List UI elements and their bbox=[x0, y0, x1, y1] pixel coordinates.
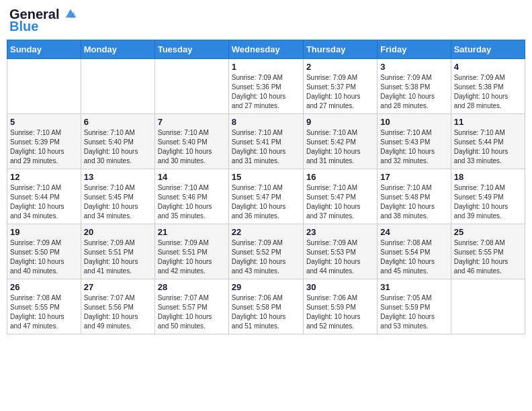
day-number: 20 bbox=[84, 227, 152, 237]
calendar-cell: 3Sunrise: 7:09 AM Sunset: 5:38 PM Daylig… bbox=[378, 59, 451, 114]
day-number: 18 bbox=[454, 172, 522, 182]
day-number: 22 bbox=[232, 227, 300, 237]
day-number: 4 bbox=[454, 62, 522, 72]
week-row-1: 1Sunrise: 7:09 AM Sunset: 5:36 PM Daylig… bbox=[7, 59, 525, 114]
cell-content: Sunrise: 7:10 AM Sunset: 5:47 PM Dayligh… bbox=[306, 183, 374, 221]
cell-content: Sunrise: 7:10 AM Sunset: 5:43 PM Dayligh… bbox=[380, 128, 447, 166]
calendar-cell bbox=[81, 59, 154, 114]
calendar-cell: 10Sunrise: 7:10 AM Sunset: 5:43 PM Dayli… bbox=[378, 114, 451, 169]
day-number: 17 bbox=[380, 172, 447, 182]
day-number: 11 bbox=[454, 117, 522, 127]
weekday-header-monday: Monday bbox=[81, 40, 154, 59]
calendar-cell bbox=[451, 279, 525, 334]
day-number: 31 bbox=[380, 282, 447, 292]
day-number: 13 bbox=[84, 172, 152, 182]
cell-content: Sunrise: 7:06 AM Sunset: 5:59 PM Dayligh… bbox=[306, 293, 374, 331]
day-number: 19 bbox=[10, 227, 78, 237]
cell-content: Sunrise: 7:10 AM Sunset: 5:47 PM Dayligh… bbox=[232, 183, 300, 221]
day-number: 15 bbox=[232, 172, 300, 182]
calendar-cell: 19Sunrise: 7:09 AM Sunset: 5:50 PM Dayli… bbox=[7, 224, 81, 279]
cell-content: Sunrise: 7:07 AM Sunset: 5:57 PM Dayligh… bbox=[158, 293, 226, 331]
calendar-cell: 7Sunrise: 7:10 AM Sunset: 5:40 PM Daylig… bbox=[154, 114, 228, 169]
calendar-cell: 15Sunrise: 7:10 AM Sunset: 5:47 PM Dayli… bbox=[228, 169, 303, 224]
calendar-cell: 27Sunrise: 7:07 AM Sunset: 5:56 PM Dayli… bbox=[81, 279, 154, 334]
weekday-header-thursday: Thursday bbox=[303, 40, 377, 59]
cell-content: Sunrise: 7:09 AM Sunset: 5:51 PM Dayligh… bbox=[158, 238, 226, 276]
week-row-2: 5Sunrise: 7:10 AM Sunset: 5:39 PM Daylig… bbox=[7, 114, 525, 169]
calendar-table: SundayMondayTuesdayWednesdayThursdayFrid… bbox=[7, 40, 525, 334]
day-number: 9 bbox=[306, 117, 374, 127]
calendar-cell: 29Sunrise: 7:06 AM Sunset: 5:58 PM Dayli… bbox=[228, 279, 303, 334]
weekday-header-saturday: Saturday bbox=[451, 40, 525, 59]
cell-content: Sunrise: 7:05 AM Sunset: 5:59 PM Dayligh… bbox=[380, 293, 447, 331]
cell-content: Sunrise: 7:10 AM Sunset: 5:48 PM Dayligh… bbox=[380, 183, 447, 221]
calendar-cell: 31Sunrise: 7:05 AM Sunset: 5:59 PM Dayli… bbox=[378, 279, 451, 334]
day-number: 5 bbox=[10, 117, 78, 127]
day-number: 12 bbox=[10, 172, 78, 182]
calendar-cell: 30Sunrise: 7:06 AM Sunset: 5:59 PM Dayli… bbox=[303, 279, 377, 334]
calendar-cell: 22Sunrise: 7:09 AM Sunset: 5:52 PM Dayli… bbox=[228, 224, 303, 279]
calendar-cell: 25Sunrise: 7:08 AM Sunset: 5:55 PM Dayli… bbox=[451, 224, 525, 279]
cell-content: Sunrise: 7:09 AM Sunset: 5:51 PM Dayligh… bbox=[84, 238, 152, 276]
day-number: 23 bbox=[306, 227, 374, 237]
cell-content: Sunrise: 7:09 AM Sunset: 5:50 PM Dayligh… bbox=[10, 238, 78, 276]
cell-content: Sunrise: 7:10 AM Sunset: 5:42 PM Dayligh… bbox=[306, 128, 374, 166]
weekday-header-row: SundayMondayTuesdayWednesdayThursdayFrid… bbox=[7, 40, 525, 59]
cell-content: Sunrise: 7:10 AM Sunset: 5:41 PM Dayligh… bbox=[232, 128, 300, 166]
day-number: 16 bbox=[306, 172, 374, 182]
calendar-cell: 21Sunrise: 7:09 AM Sunset: 5:51 PM Dayli… bbox=[154, 224, 228, 279]
cell-content: Sunrise: 7:06 AM Sunset: 5:58 PM Dayligh… bbox=[232, 293, 300, 331]
day-number: 1 bbox=[232, 62, 300, 72]
calendar-cell: 11Sunrise: 7:10 AM Sunset: 5:44 PM Dayli… bbox=[451, 114, 525, 169]
calendar-cell: 20Sunrise: 7:09 AM Sunset: 5:51 PM Dayli… bbox=[81, 224, 154, 279]
cell-content: Sunrise: 7:08 AM Sunset: 5:54 PM Dayligh… bbox=[380, 238, 447, 276]
cell-content: Sunrise: 7:09 AM Sunset: 5:36 PM Dayligh… bbox=[232, 73, 300, 111]
cell-content: Sunrise: 7:10 AM Sunset: 5:49 PM Dayligh… bbox=[454, 183, 522, 221]
week-row-3: 12Sunrise: 7:10 AM Sunset: 5:44 PM Dayli… bbox=[7, 169, 525, 224]
cell-content: Sunrise: 7:10 AM Sunset: 5:44 PM Dayligh… bbox=[454, 128, 522, 166]
cell-content: Sunrise: 7:07 AM Sunset: 5:56 PM Dayligh… bbox=[84, 293, 152, 331]
weekday-header-wednesday: Wednesday bbox=[228, 40, 303, 59]
calendar-cell bbox=[7, 59, 81, 114]
calendar-cell bbox=[154, 59, 228, 114]
logo: General Blue bbox=[9, 7, 77, 34]
calendar-cell: 23Sunrise: 7:09 AM Sunset: 5:53 PM Dayli… bbox=[303, 224, 377, 279]
day-number: 21 bbox=[158, 227, 226, 237]
day-number: 27 bbox=[84, 282, 152, 292]
calendar-cell: 16Sunrise: 7:10 AM Sunset: 5:47 PM Dayli… bbox=[303, 169, 377, 224]
weekday-header-sunday: Sunday bbox=[7, 40, 81, 59]
day-number: 14 bbox=[158, 172, 226, 182]
calendar-cell: 12Sunrise: 7:10 AM Sunset: 5:44 PM Dayli… bbox=[7, 169, 81, 224]
cell-content: Sunrise: 7:10 AM Sunset: 5:40 PM Dayligh… bbox=[158, 128, 226, 166]
cell-content: Sunrise: 7:10 AM Sunset: 5:40 PM Dayligh… bbox=[84, 128, 152, 166]
day-number: 26 bbox=[10, 282, 78, 292]
calendar-cell: 14Sunrise: 7:10 AM Sunset: 5:46 PM Dayli… bbox=[154, 169, 228, 224]
cell-content: Sunrise: 7:10 AM Sunset: 5:46 PM Dayligh… bbox=[158, 183, 226, 221]
day-number: 3 bbox=[380, 62, 447, 72]
day-number: 29 bbox=[232, 282, 300, 292]
calendar-cell: 17Sunrise: 7:10 AM Sunset: 5:48 PM Dayli… bbox=[378, 169, 451, 224]
cell-content: Sunrise: 7:10 AM Sunset: 5:39 PM Dayligh… bbox=[10, 128, 78, 166]
cell-content: Sunrise: 7:08 AM Sunset: 5:55 PM Dayligh… bbox=[454, 238, 522, 276]
day-number: 2 bbox=[306, 62, 374, 72]
page-header: General Blue bbox=[7, 7, 525, 34]
calendar-cell: 9Sunrise: 7:10 AM Sunset: 5:42 PM Daylig… bbox=[303, 114, 377, 169]
weekday-header-tuesday: Tuesday bbox=[154, 40, 228, 59]
cell-content: Sunrise: 7:09 AM Sunset: 5:38 PM Dayligh… bbox=[380, 73, 447, 111]
day-number: 25 bbox=[454, 227, 522, 237]
calendar-cell: 26Sunrise: 7:08 AM Sunset: 5:55 PM Dayli… bbox=[7, 279, 81, 334]
calendar-cell: 13Sunrise: 7:10 AM Sunset: 5:45 PM Dayli… bbox=[81, 169, 154, 224]
day-number: 6 bbox=[84, 117, 152, 127]
day-number: 7 bbox=[158, 117, 226, 127]
day-number: 24 bbox=[380, 227, 447, 237]
cell-content: Sunrise: 7:08 AM Sunset: 5:55 PM Dayligh… bbox=[10, 293, 78, 331]
calendar-cell: 1Sunrise: 7:09 AM Sunset: 5:36 PM Daylig… bbox=[228, 59, 303, 114]
day-number: 8 bbox=[232, 117, 300, 127]
cell-content: Sunrise: 7:09 AM Sunset: 5:53 PM Dayligh… bbox=[306, 238, 374, 276]
day-number: 10 bbox=[380, 117, 447, 127]
calendar-cell: 2Sunrise: 7:09 AM Sunset: 5:37 PM Daylig… bbox=[303, 59, 377, 114]
calendar-cell: 5Sunrise: 7:10 AM Sunset: 5:39 PM Daylig… bbox=[7, 114, 81, 169]
day-number: 30 bbox=[306, 282, 374, 292]
week-row-4: 19Sunrise: 7:09 AM Sunset: 5:50 PM Dayli… bbox=[7, 224, 525, 279]
cell-content: Sunrise: 7:09 AM Sunset: 5:52 PM Dayligh… bbox=[232, 238, 300, 276]
